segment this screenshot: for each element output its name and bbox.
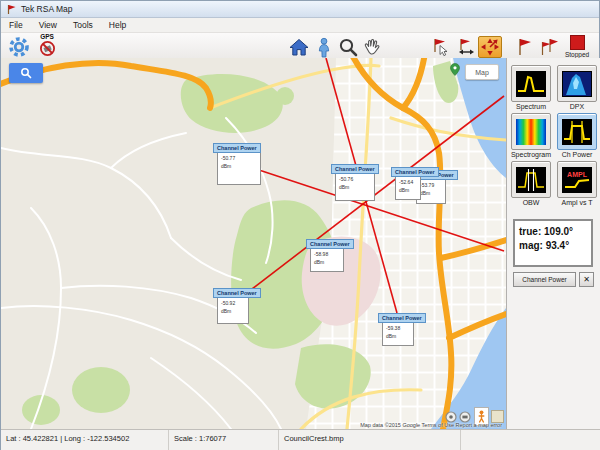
map-type-button[interactable]: Map <box>465 64 499 80</box>
menu-help[interactable]: Help <box>101 18 134 32</box>
pan-tool-button[interactable] <box>360 36 384 58</box>
close-icon[interactable]: ✕ <box>579 272 594 287</box>
marker-body: -52.64 dBm <box>395 176 421 200</box>
measurement-label: OBW <box>523 199 540 206</box>
measurement-button-dpx[interactable] <box>557 65 597 102</box>
menu-tools[interactable]: Tools <box>65 18 101 32</box>
measurement-tab-row: Channel Power ✕ <box>513 272 600 287</box>
marker-value: -58.98 <box>314 251 343 259</box>
marker-title[interactable]: Channel Power <box>331 164 379 174</box>
marker-unit: dBm <box>221 308 248 316</box>
measurement-button-obw[interactable] <box>511 161 551 198</box>
hand-icon <box>361 37 383 58</box>
flag-select-tool-button[interactable] <box>429 36 453 58</box>
stopped-label: Stopped <box>565 51 589 58</box>
poi-marker-icon <box>450 62 460 80</box>
window-title: Tek RSA Map <box>21 4 73 14</box>
home-view-button[interactable] <box>287 36 311 58</box>
status-bar: Lat : 45.422821 | Long : -122.534502 Sca… <box>1 429 600 450</box>
marker-body: -50.92 dBm <box>217 297 249 324</box>
measurement-label: Ampl vs T <box>562 199 593 206</box>
svg-text:AMPL: AMPL <box>567 171 588 178</box>
marker-value: -50.77 <box>221 155 260 163</box>
app-flag-icon <box>6 4 17 15</box>
measurement-button-ampl-vs-t[interactable]: AMPL <box>557 161 597 198</box>
marker-title[interactable]: Channel Power <box>213 288 261 298</box>
single-flag-icon <box>515 37 535 57</box>
add-flag-button[interactable] <box>513 36 537 58</box>
measurement-label: Spectrogram <box>511 151 551 158</box>
marker-body: -59.38 dBm <box>382 322 414 346</box>
gps-disabled-icon <box>39 40 56 57</box>
zoom-tool-button[interactable] <box>336 36 360 58</box>
mag-bearing-label: mag: <box>519 240 543 251</box>
marker-value: -59.38 <box>386 325 413 333</box>
status-scale: Scale : 1:76077 <box>169 430 279 450</box>
measurement-label: DPX <box>570 103 584 110</box>
flag-resize-icon <box>456 37 476 57</box>
marker-title[interactable]: Channel Power <box>213 143 261 153</box>
acquisition-stop-button[interactable]: Stopped <box>557 35 597 58</box>
person-view-button[interactable] <box>312 36 336 58</box>
status-spacer <box>461 430 600 450</box>
menu-file[interactable]: File <box>1 18 31 32</box>
flag-move-tool-button-selected[interactable] <box>478 36 502 58</box>
true-bearing-label: true: <box>519 226 541 237</box>
marker-value: -52.64 <box>399 179 420 187</box>
obw-icon <box>516 167 546 193</box>
toolbar: GPS <box>1 33 599 61</box>
marker-title[interactable]: Channel Power <box>391 167 439 177</box>
measurement-button-spectrum[interactable] <box>511 65 551 102</box>
dpx-icon <box>562 71 592 97</box>
measurement-label: Spectrum <box>516 103 546 110</box>
flag-move-icon <box>479 37 501 57</box>
title-bar[interactable]: Tek RSA Map <box>1 1 599 18</box>
rotate-control-icon[interactable] <box>445 411 457 423</box>
true-bearing-value: 109.0° <box>544 226 573 237</box>
measurement-label: Ch Power <box>562 151 593 158</box>
gps-toggle-button[interactable]: GPS <box>33 33 61 60</box>
marker-unit: dBm <box>339 184 374 192</box>
search-icon <box>20 67 32 79</box>
marker-value: -50.76 <box>339 176 374 184</box>
measurement-button-spectrogram[interactable] <box>511 113 551 150</box>
ch-power-icon <box>562 119 592 145</box>
map-view[interactable]: Channel Power -50.77 dBm Channel Power -… <box>1 58 506 429</box>
settings-gear-button[interactable] <box>7 36 31 58</box>
measurement-panel: Spectrum DPX Spectrogram <box>506 58 600 429</box>
person-icon <box>314 37 334 58</box>
marker-title[interactable]: Channel Power <box>378 313 426 323</box>
app-window: Tek RSA Map File View Tools Help GPS <box>0 0 600 450</box>
marker-body: -50.77 dBm <box>217 152 261 185</box>
marker-unit: dBm <box>221 163 260 171</box>
measurement-button-ch-power-selected[interactable] <box>557 113 597 150</box>
spectrum-icon <box>516 71 546 97</box>
mag-bearing-value: 93.4° <box>546 240 569 251</box>
flag-resize-tool-button[interactable] <box>454 36 478 58</box>
gear-icon <box>8 36 30 58</box>
status-lat-long: Lat : 45.422821 | Long : -122.534502 <box>1 430 169 450</box>
gps-label: GPS <box>40 33 54 40</box>
magnifier-icon <box>338 37 359 58</box>
flag-cursor-icon <box>431 37 451 57</box>
channel-power-tab[interactable]: Channel Power <box>513 272 576 287</box>
marker-title[interactable]: Channel Power <box>306 239 354 249</box>
marker-value: -50.92 <box>221 300 248 308</box>
map-search-button[interactable] <box>9 63 43 83</box>
menu-bar: File View Tools Help <box>1 18 599 33</box>
marker-unit: dBm <box>420 190 445 198</box>
marker-body: -58.98 dBm <box>310 248 344 272</box>
tilt-control-icon[interactable] <box>459 411 471 423</box>
marker-body: -50.76 dBm <box>335 173 375 201</box>
measurement-grid: Spectrum DPX Spectrogram <box>507 65 600 208</box>
marker-unit: dBm <box>399 187 420 195</box>
ampl-vs-t-icon: AMPL <box>562 167 592 193</box>
bearing-lines-overlay <box>1 58 506 429</box>
home-icon <box>288 37 310 57</box>
marker-unit: dBm <box>314 259 343 267</box>
marker-unit: dBm <box>386 333 413 341</box>
map-attribution[interactable]: Map data ©2015 Google Terms of Use Repor… <box>360 422 502 428</box>
stop-square-icon <box>570 35 585 50</box>
bearing-readout: true: 109.0° mag: 93.4° <box>513 219 593 267</box>
menu-view[interactable]: View <box>31 18 65 32</box>
